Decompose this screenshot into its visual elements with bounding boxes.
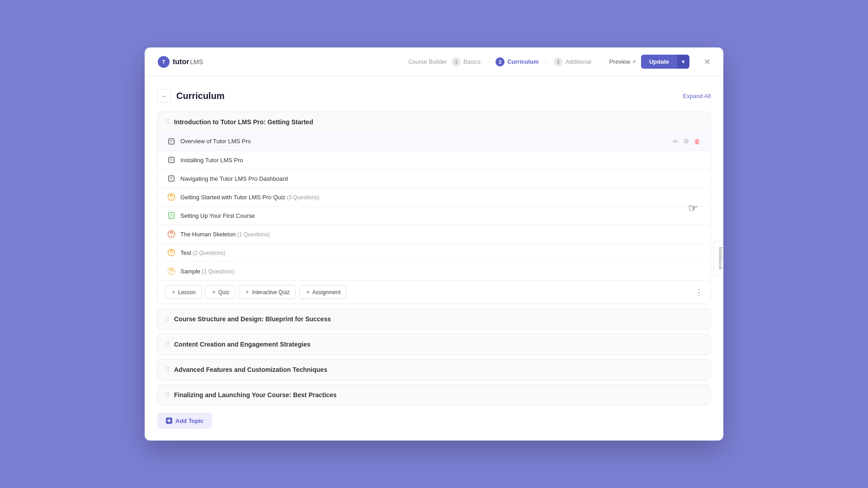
breadcrumb: Course Builder 1 Basics → 2 Curriculum →… [408,57,591,66]
lesson-title-quiz3: Test (2 Questions) [180,249,701,256]
header-actions: Preview ↗ Update ▾ ✕ [609,55,711,69]
topic-header-1: ⠿ Introduction to Tutor LMS Pro: Getting… [158,112,710,132]
lesson-title-quiz2: The Human Skeleton (1 Questions) [180,231,701,238]
svg-point-22 [171,273,172,274]
drag-handle-2[interactable]: ⠿ [165,315,170,323]
drag-handle-3[interactable]: ⠿ [165,341,170,348]
topic-section-4: ⠿ Advanced Features and Customization Te… [157,359,711,380]
edit-button-overview[interactable]: ✏ [672,137,679,146]
svg-point-20 [171,254,172,255]
back-button[interactable]: ← [157,89,171,103]
add-assignment-button[interactable]: ＋ Assignment [299,285,347,299]
topic-title-2: Course Structure and Design: Blueprint f… [174,315,703,323]
svg-rect-5 [169,157,174,163]
lesson-title-assignment1: Setting Up Your First Course [180,212,701,219]
logo-tutor-text: tutor [173,58,189,66]
lesson-actions-overview: ✏ ⧉ 🗑 [672,136,701,146]
assignment-icon-1 [167,211,176,220]
preview-button[interactable]: Preview ↗ [609,58,636,65]
svg-rect-2 [169,139,174,144]
lesson-title-navigating: Navigating the Tutor LMS Pro Dashboard [180,175,701,182]
update-button[interactable]: Update [641,55,677,69]
topic-title-5: Finalizing and Launching Your Course: Be… [174,391,703,399]
lesson-item-overview: Overview of Tutor LMS Pro ✏ ⧉ 🗑 [158,132,710,150]
drag-handle-1[interactable]: ⠿ [165,118,170,126]
add-interactive-quiz-button[interactable]: ＋ Interactive Quiz [239,285,295,299]
step3-num: 3 [554,57,563,66]
step2-label: Curriculum [507,58,538,65]
step1-num: 1 [452,57,461,66]
logo-icon: T [157,56,170,68]
copy-button-overview[interactable]: ⧉ [683,136,689,146]
expand-all-button[interactable]: Expand All [683,93,711,99]
step2-num: 2 [495,57,505,66]
course-builder-label: Course Builder [408,58,447,65]
add-lesson-button[interactable]: ＋ Lesson [165,285,202,299]
quiz-icon-1 [167,192,176,202]
add-topic-label: Add Topic [175,418,204,424]
update-dropdown-button[interactable]: ▾ [677,55,689,69]
lesson-item-quiz1: Getting Started with Tutor LMS Pro Quiz … [158,188,710,206]
topic-expanded-1: Overview of Tutor LMS Pro ✏ ⧉ 🗑 Installi… [158,132,710,304]
notebook-tab[interactable]: Notebook [713,241,723,276]
add-topic-button[interactable]: Add Topic [157,413,212,429]
lesson-item-quiz4: Sample (1 Questions) [158,262,710,280]
page-header: ← Curriculum Expand All [157,89,711,103]
quiz-icon-4 [167,267,176,276]
close-button[interactable]: ✕ [704,57,711,67]
step-2: 2 Curriculum [495,57,538,66]
delete-button-overview[interactable]: 🗑 [693,137,701,146]
add-content-row-1: ＋ Lesson ＋ Quiz ＋ Interactive Quiz ＋ Ass… [158,280,710,304]
lesson-title-overview: Overview of Tutor LMS Pro [180,138,668,145]
svg-point-12 [171,199,172,200]
step-3: 3 Additional [554,57,591,66]
lesson-icon-installing [167,155,176,164]
update-btn-group: Update ▾ [641,55,689,69]
step-1: 1 Basics [452,57,481,66]
lesson-title-quiz4: Sample (1 Questions) [180,268,701,275]
page-title: Curriculum [176,91,225,101]
lesson-title-installing: Installing Tutor LMS Pro [180,157,701,164]
lesson-title-quiz1: Getting Started with Tutor LMS Pro Quiz … [180,194,701,201]
lesson-item-navigating: Navigating the Tutor LMS Pro Dashboard [158,169,710,188]
add-quiz-button[interactable]: ＋ Quiz [205,285,236,299]
topic-header-3: ⠿ Content Creation and Engagement Strate… [158,334,710,354]
topic-header-4: ⠿ Advanced Features and Customization Te… [158,360,710,380]
lesson-item-quiz3: Test (2 Questions) [158,243,710,262]
step1-label: Basics [463,58,481,65]
svg-text:T: T [162,59,165,65]
lesson-item-assignment1: Setting Up Your First Course [158,206,710,225]
quiz-icon-3 [167,248,176,257]
topic-section-2: ⠿ Course Structure and Design: Blueprint… [157,309,711,329]
lesson-icon [167,137,176,146]
step3-label: Additional [566,58,591,65]
more-options-button-1[interactable]: ⋮ [695,287,703,297]
topic-section-1: ⠿ Introduction to Tutor LMS Pro: Getting… [157,112,711,304]
topic-title-3: Content Creation and Engagement Strategi… [174,341,703,348]
lesson-icon-navigating [167,174,176,183]
topic-section-5: ⠿ Finalizing and Launching Your Course: … [157,385,711,405]
topic-title-1: Introduction to Tutor LMS Pro: Getting S… [174,118,703,126]
drag-handle-5[interactable]: ⠿ [165,391,170,399]
main-content: ☞ ← Curriculum Expand All ⠿ Introduction… [145,76,723,441]
topic-header-2: ⠿ Course Structure and Design: Blueprint… [158,309,710,329]
logo: T tutorLMS [157,56,203,68]
topic-section-3: ⠿ Content Creation and Engagement Strate… [157,334,711,355]
add-topic-icon [165,417,173,424]
svg-rect-8 [169,176,174,181]
quiz-icon-2 [167,230,176,239]
svg-point-18 [171,236,172,237]
lesson-item-quiz2: The Human Skeleton (1 Questions) [158,225,710,243]
drag-handle-4[interactable]: ⠿ [165,366,170,373]
topic-header-5: ⠿ Finalizing and Launching Your Course: … [158,385,710,405]
logo-lms-text: LMS [190,58,203,66]
topic-title-4: Advanced Features and Customization Tech… [174,366,703,373]
lesson-item-installing: Installing Tutor LMS Pro [158,150,710,169]
